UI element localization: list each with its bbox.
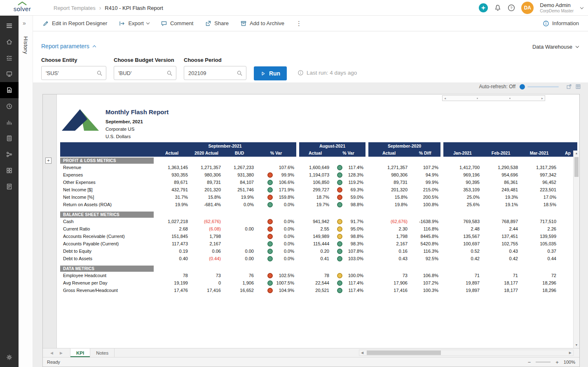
cell[interactable]: 1,317,295 xyxy=(520,164,558,171)
cell[interactable]: 86,361 xyxy=(482,179,520,186)
cell[interactable]: 106.8% xyxy=(410,272,440,279)
cell[interactable]: 19,199 xyxy=(154,279,190,287)
menu-icon[interactable] xyxy=(0,18,19,34)
cell[interactable]: 200.5% xyxy=(410,193,440,201)
cell[interactable]: 18.5% xyxy=(520,201,558,208)
cell[interactable]: 1,798 xyxy=(368,233,410,240)
cell[interactable]: 2.44 xyxy=(482,225,520,233)
cell[interactable]: 98.8% xyxy=(331,233,365,240)
cell[interactable]: 137,451 xyxy=(482,233,520,240)
cell[interactable]: 104.9% xyxy=(256,287,296,294)
solver-logo[interactable]: solver xyxy=(10,1,35,12)
cell[interactable]: 2,167 xyxy=(190,240,223,247)
edit-in-report-designer-button[interactable]: Edit in Report Designer xyxy=(42,20,107,27)
cell[interactable]: 16,652 xyxy=(223,287,256,294)
zoom-out-button[interactable]: − xyxy=(528,359,531,365)
cell[interactable]: 91.7% xyxy=(331,218,365,225)
cell[interactable]: 18.7% xyxy=(299,193,331,201)
cell[interactable]: 0.0% xyxy=(256,218,296,225)
user-avatar[interactable]: DA xyxy=(521,2,534,14)
more-options-icon[interactable]: ⋮ xyxy=(296,20,302,27)
breadcrumb-parent[interactable]: Report Templates xyxy=(54,5,96,11)
cell[interactable]: 2.30 xyxy=(368,225,410,233)
home-icon[interactable] xyxy=(0,34,19,50)
cell[interactable]: 15.8% xyxy=(368,193,410,201)
cell[interactable]: 71 xyxy=(443,272,482,279)
cell[interactable]: 5420.8% xyxy=(410,240,440,247)
cell[interactable]: 0.0% xyxy=(256,201,296,208)
cell[interactable]: 931,380 xyxy=(223,171,256,179)
cell[interactable]: 1,267,233 xyxy=(223,164,256,171)
cell[interactable]: 18,177 xyxy=(482,279,520,287)
cell[interactable]: 19,897 xyxy=(443,279,482,287)
cell[interactable]: 1,798 xyxy=(190,233,223,240)
notifications-bell-icon[interactable] xyxy=(494,4,501,12)
cell[interactable]: 151,845 xyxy=(154,233,190,240)
cell[interactable]: 1007.5% xyxy=(256,279,296,287)
cell[interactable]: 107.6% xyxy=(256,164,296,171)
cell[interactable]: 107.2% xyxy=(410,279,440,287)
cell[interactable]: 1,412,700 xyxy=(443,164,482,171)
cell[interactable]: 18,296 xyxy=(520,279,558,287)
cell[interactable]: 116.8% xyxy=(410,225,440,233)
cell[interactable]: 8445.8% xyxy=(410,233,440,240)
auto-refresh-slider-track[interactable] xyxy=(527,86,559,87)
help-icon[interactable]: ? xyxy=(508,4,515,12)
cell[interactable]: 1,027,218 xyxy=(154,218,190,225)
cell[interactable] xyxy=(223,240,256,247)
sheet-tab-notes[interactable]: Notes xyxy=(90,348,115,357)
cell[interactable]: -681.4% xyxy=(190,201,223,208)
cell[interactable]: 17,476 xyxy=(154,287,190,294)
cell[interactable]: 19.9% xyxy=(154,201,190,208)
cell[interactable]: 135,567 xyxy=(443,233,482,240)
cell[interactable]: 100.3% xyxy=(410,287,440,294)
cell[interactable]: 72 xyxy=(520,272,558,279)
cell[interactable]: 2.55 xyxy=(299,225,331,233)
report-parameters-toggle[interactable]: Report parameters xyxy=(41,43,96,49)
cell[interactable]: 223,501 xyxy=(520,186,558,193)
horizontal-scrollbar[interactable]: ◀ ▶ xyxy=(359,350,574,356)
cell[interactable]: 1,271,357 xyxy=(190,164,223,171)
cell[interactable]: 19.8% xyxy=(368,201,410,208)
cell[interactable]: 31.7% xyxy=(154,193,190,201)
cell[interactable]: 18,177 xyxy=(482,287,520,294)
cell[interactable]: 0.0% xyxy=(256,233,296,240)
scroll-down-icon[interactable]: ▼ xyxy=(574,342,579,348)
information-button[interactable]: Information xyxy=(543,20,579,27)
cell[interactable]: 19.9% xyxy=(223,193,256,201)
sheet-tab-kpi[interactable]: KPI xyxy=(70,348,90,357)
comment-button[interactable]: Comment xyxy=(161,20,193,27)
export-button[interactable]: Export xyxy=(119,20,149,27)
cell[interactable]: (62,676) xyxy=(190,218,223,225)
cell[interactable]: 299,727 xyxy=(299,186,331,193)
cell[interactable]: 17,416 xyxy=(190,287,223,294)
vertical-scrollbar[interactable]: ▲ ▼ xyxy=(573,151,579,348)
next-sheet-icon[interactable]: ▶ xyxy=(60,351,63,355)
cell[interactable]: 106,850 xyxy=(299,179,331,186)
cell[interactable]: 0.52 xyxy=(443,247,482,255)
cell[interactable]: 149,989 xyxy=(299,233,331,240)
cell[interactable]: 20,521 xyxy=(299,287,331,294)
cell[interactable]: 980,306 xyxy=(368,171,410,179)
cell[interactable]: 90,395 xyxy=(443,179,482,186)
cell[interactable]: 106.6% xyxy=(256,179,296,186)
cell[interactable]: 117.4% xyxy=(331,287,365,294)
chart-icon[interactable] xyxy=(0,114,19,130)
cell[interactable]: 930,355 xyxy=(154,171,190,179)
cell[interactable]: 89,671 xyxy=(154,179,190,186)
cell[interactable]: 0.0% xyxy=(256,240,296,247)
cell[interactable]: 0 xyxy=(190,279,223,287)
cell[interactable]: 78 xyxy=(154,272,190,279)
cell[interactable]: (0.44) xyxy=(190,255,223,262)
auto-refresh-slider-knob[interactable] xyxy=(520,84,525,89)
cell[interactable]: 117.4% xyxy=(331,279,365,287)
cell[interactable]: 107.8% xyxy=(331,247,365,255)
cell[interactable]: 1,600,649 xyxy=(299,164,331,171)
cell[interactable]: 107.2% xyxy=(410,164,440,171)
cell[interactable]: 0.00 xyxy=(223,225,256,233)
grid-view-icon[interactable] xyxy=(575,84,581,89)
cell[interactable] xyxy=(223,233,256,240)
cell[interactable]: 117.4% xyxy=(331,164,365,171)
cell[interactable]: 116.3% xyxy=(410,247,440,255)
cell[interactable]: 2.26 xyxy=(520,225,558,233)
